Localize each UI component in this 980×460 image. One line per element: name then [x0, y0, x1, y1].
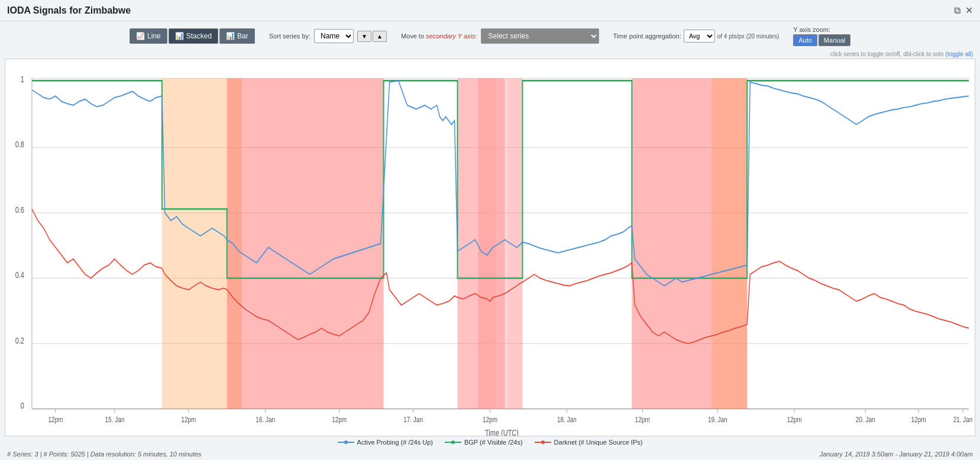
sort-up-button[interactable]: ▲: [373, 31, 387, 42]
svg-text:12pm: 12pm: [48, 415, 63, 423]
date-range: January 14, 2019 3:50am - January 21, 20…: [820, 451, 973, 458]
legend-line-darknet: [535, 439, 551, 446]
y-zoom-buttons: Auto Manual: [793, 34, 850, 46]
svg-point-54: [344, 440, 348, 444]
legend: Active Probing (# /24s Up) BGP (# Visibl…: [0, 436, 980, 448]
toggle-hint: click series to toggle on/off, dbl-click…: [830, 51, 973, 57]
legend-label-bgp: BGP (# Visible /24s): [464, 439, 523, 446]
close-icon[interactable]: ✕: [965, 5, 973, 16]
y-zoom-auto-button[interactable]: Auto: [793, 34, 817, 46]
footer: # Series: 3 | # Points: 5025 | Data reso…: [0, 448, 980, 460]
legend-item-bgp[interactable]: BGP (# Visible /24s): [445, 439, 523, 446]
line-icon: 📈: [136, 32, 145, 40]
y-zoom-manual-button[interactable]: Manual: [819, 34, 850, 46]
svg-text:15. Jan: 15. Jan: [105, 415, 125, 423]
svg-rect-16: [227, 79, 384, 409]
window-title: IODA Signals for Zimbabwe: [7, 5, 131, 16]
aggregation-select[interactable]: Avg Min Max Sum: [684, 30, 715, 43]
move-label: Move to secondary Y axis:: [401, 33, 477, 40]
svg-text:21. Jan: 21. Jan: [953, 415, 973, 423]
svg-point-58: [541, 440, 545, 444]
external-link-icon[interactable]: ⧉: [954, 5, 960, 16]
move-to-secondary-group: Move to secondary Y axis: Select series: [401, 28, 599, 44]
aggregation-label: Time point aggregation:: [613, 33, 681, 40]
svg-text:12pm: 12pm: [483, 415, 497, 423]
toggle-all-link[interactable]: (toggle all): [945, 51, 973, 57]
svg-text:0.4: 0.4: [15, 270, 24, 280]
svg-text:12pm: 12pm: [181, 415, 196, 423]
svg-rect-23: [711, 79, 747, 409]
svg-text:12pm: 12pm: [635, 415, 650, 423]
legend-label-active-probing: Active Probing (# /24s Up): [357, 439, 433, 446]
series-info: # Series: 3 | # Points: 5025 | Data reso…: [7, 451, 202, 458]
secondary-label: secondary Y axis: [426, 33, 475, 40]
svg-text:0.8: 0.8: [15, 140, 24, 150]
bar-icon: 📊: [226, 32, 235, 40]
svg-text:0: 0: [21, 401, 24, 411]
y-zoom-label: Y axis zoom:: [793, 26, 830, 33]
legend-label-darknet: Darknet (# Unique Source IPs): [554, 439, 643, 446]
svg-text:20. Jan: 20. Jan: [856, 415, 875, 423]
svg-point-56: [451, 440, 455, 444]
y-axis-zoom-group: Y axis zoom: Auto Manual: [793, 26, 850, 46]
svg-text:12pm: 12pm: [787, 415, 802, 423]
svg-text:18. Jan: 18. Jan: [557, 415, 577, 423]
line-chart-button[interactable]: 📈 Line: [130, 28, 167, 44]
legend-item-darknet[interactable]: Darknet (# Unique Source IPs): [535, 439, 643, 446]
svg-text:0.6: 0.6: [15, 205, 24, 215]
svg-text:0.2: 0.2: [15, 336, 24, 346]
legend-line-bgp: [445, 439, 461, 446]
sort-select[interactable]: Name Value Order: [314, 29, 354, 43]
svg-text:19. Jan: 19. Jan: [708, 415, 727, 423]
title-icons: ⧉ ✕: [954, 5, 973, 16]
legend-line-active-probing: [338, 439, 354, 446]
bar-chart-button[interactable]: 📊 Bar: [219, 28, 255, 44]
sort-down-button[interactable]: ▼: [357, 31, 371, 42]
sort-arrows: ▼ ▲: [357, 31, 387, 42]
stacked-chart-button[interactable]: 📊 Stacked: [169, 28, 218, 44]
title-bar: IODA Signals for Zimbabwe ⧉ ✕: [0, 0, 980, 21]
chart-area: 0 0.2 0.4 0.6 0.8 1: [5, 59, 975, 436]
svg-text:17. Jan: 17. Jan: [403, 415, 423, 423]
sort-group: Sort series by: Name Value Order ▼ ▲: [269, 29, 387, 43]
aggregation-info: of 4 pts/px (20 minutes): [717, 33, 780, 40]
chart-type-buttons: 📈 Line 📊 Stacked 📊 Bar: [130, 28, 255, 44]
svg-rect-19: [490, 79, 499, 409]
aggregation-group: Time point aggregation: Avg Min Max Sum …: [613, 30, 780, 43]
chart-svg: 0 0.2 0.4 0.6 0.8 1: [5, 59, 975, 436]
svg-rect-20: [499, 79, 507, 409]
sort-label: Sort series by:: [269, 33, 311, 40]
legend-item-active-probing[interactable]: Active Probing (# /24s Up): [338, 439, 433, 446]
toggle-hint-row: click series to toggle on/off, dbl-click…: [0, 51, 980, 59]
stacked-icon: 📊: [175, 32, 184, 40]
svg-text:16. Jan: 16. Jan: [255, 415, 275, 423]
svg-text:Time (UTC): Time (UTC): [485, 428, 519, 436]
toolbar: 📈 Line 📊 Stacked 📊 Bar Sort series by: N…: [0, 21, 980, 51]
svg-text:12pm: 12pm: [911, 415, 926, 423]
svg-text:12pm: 12pm: [332, 415, 347, 423]
svg-text:1: 1: [21, 74, 24, 85]
series-select[interactable]: Select series: [481, 28, 599, 44]
main-window: IODA Signals for Zimbabwe ⧉ ✕ 📈 Line 📊 S…: [0, 0, 980, 460]
